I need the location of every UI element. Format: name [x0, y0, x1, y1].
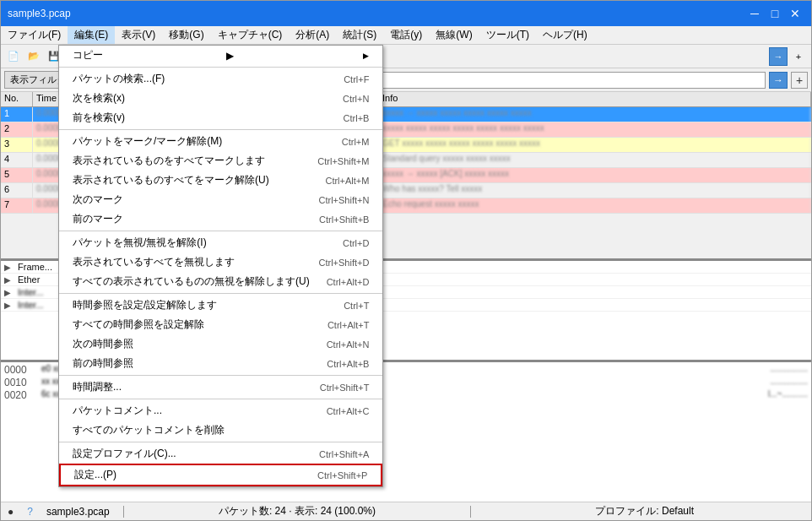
detail-label-inter2: Inter... [18, 300, 44, 310]
cell-no: 7 [1, 198, 33, 213]
menu-shortcut-unset-all-time-ref: Ctrl+Alt+T [328, 320, 370, 330]
menu-item-mark-all-label: 表示されているものをすべてマークします [73, 154, 265, 168]
expand-icon-ether: ▶ [4, 275, 16, 285]
menu-item-next-time-ref[interactable]: 次の時間参照 Ctrl+Alt+N [59, 334, 382, 354]
menu-analyze[interactable]: 分析(A) [289, 26, 336, 44]
hex-offset: 0010 [4, 377, 38, 388]
filter-arrow[interactable]: → [769, 72, 788, 89]
status-sep1 [123, 506, 124, 518]
menu-shortcut-packet-comment: Ctrl+Alt+C [327, 406, 370, 416]
cell-info: xxxxx → xxxxx xxxxx xxxxx xxxxx xxxxx [379, 107, 811, 122]
submenu-arrow-icon: ▶ [226, 50, 234, 62]
menu-item-find-prev[interactable]: 前を検索(v) Ctrl+B [59, 108, 382, 128]
menu-file[interactable]: ファイル(F) [1, 26, 68, 44]
dropdown-sep [59, 293, 382, 294]
toolbar-arrow[interactable]: → [769, 47, 788, 66]
status-sep2 [470, 506, 471, 518]
menu-item-next-mark[interactable]: 次のマーク Ctrl+Shift+N [59, 190, 382, 209]
status-filename: sample3.pcap [46, 506, 110, 518]
menu-wireless[interactable]: 無線(W) [429, 26, 479, 44]
menu-item-unmark-all[interactable]: 表示されているものすべてをマーク解除(U) Ctrl+Alt+M [59, 171, 382, 190]
status-profile: プロファイル: Default [484, 504, 804, 518]
cell-no: 5 [1, 168, 33, 182]
menu-shortcut-unignore-all: Ctrl+Alt+D [327, 277, 370, 287]
menu-shortcut-prev-time-ref: Ctrl+Alt+B [327, 359, 369, 369]
menu-item-find-packet-label: パケットの検索...(F) [73, 72, 165, 86]
menu-item-unignore-all[interactable]: すべての表示されているものの無視を解除します(U) Ctrl+Alt+D [59, 272, 382, 291]
menu-item-mark-packet[interactable]: パケットをマーク/マーク解除(M) Ctrl+M [59, 132, 382, 151]
menu-item-delete-comments[interactable]: すべてのパケットコメントを削除 [59, 421, 382, 440]
menu-shortcut-ignore-shown: Ctrl+Shift+D [319, 258, 370, 268]
menu-item-ignore-packet-label: パケットを無視/無視を解除(I) [73, 236, 207, 250]
menu-go[interactable]: 移動(G) [162, 26, 210, 44]
title-bar: sample3.pcap ─ □ ✕ [1, 1, 811, 26]
detail-label-inter1: Inter... [18, 287, 44, 297]
cell-info: Standard query xxxxx xxxxx xxxxx [379, 153, 811, 167]
close-button[interactable]: ✕ [786, 4, 804, 23]
status-bar: ● ? sample3.pcap パケット数: 24 · 表示: 24 (100… [1, 502, 811, 520]
menu-item-find-prev-label: 前を検索(v) [73, 111, 125, 125]
expand-icon-inter2: ▶ [4, 301, 16, 310]
toolbar-open[interactable]: 📂 [24, 47, 43, 66]
col-header-no[interactable]: No. [1, 92, 33, 106]
hex-ascii: ................ [771, 364, 808, 376]
hex-ascii: l...~........... [768, 389, 808, 401]
menu-edit[interactable]: 編集(E) [68, 26, 115, 44]
menu-item-settings-label: 設定...(P) [74, 468, 116, 482]
menu-item-prev-time-ref[interactable]: 前の時間参照 Ctrl+Alt+B [59, 354, 382, 373]
menu-capture[interactable]: キャプチャ(C) [211, 26, 290, 44]
menu-stats[interactable]: 統計(S) [336, 26, 383, 44]
cell-info: xxxxx xxxxx xxxxx xxxxx xxxxx xxxxx xxxx… [379, 122, 811, 137]
menu-shortcut-find-packet: Ctrl+F [344, 74, 369, 84]
edit-dropdown-menu: コピー ▶ パケットの検索...(F) Ctrl+F 次を検索(x) Ctrl+… [58, 45, 383, 487]
menu-view[interactable]: 表示(V) [115, 26, 162, 44]
detail-label-frame: Frame... [18, 262, 52, 272]
cell-info: GET xxxxx xxxxx xxxxx xxxxx xxxxx xxxxx [379, 138, 811, 152]
menu-item-packet-comment[interactable]: パケットコメント... Ctrl+Alt+C [59, 401, 382, 421]
menu-shortcut-prev-mark: Ctrl+Shift+B [319, 214, 369, 225]
menu-item-unset-all-time-ref-label: すべての時間参照を設定解除 [73, 317, 204, 332]
menu-item-ignore-shown[interactable]: 表示されているすべてを無視します Ctrl+Shift+D [59, 252, 382, 272]
menu-item-find-packet[interactable]: パケットの検索...(F) Ctrl+F [59, 69, 382, 89]
dropdown-sep [59, 399, 382, 399]
menu-item-ignore-packet[interactable]: パケットを無視/無視を解除(I) Ctrl+D [59, 233, 382, 252]
menu-shortcut-next-time-ref: Ctrl+Alt+N [327, 339, 370, 350]
menu-item-unmark-all-label: 表示されているものすべてをマーク解除(U) [73, 173, 269, 187]
menu-item-config-profile[interactable]: 設定プロファイル(C)... Ctrl+Shift+A [59, 444, 382, 464]
menu-shortcut-next-mark: Ctrl+Shift+N [319, 195, 370, 205]
status-packet-count: パケット数: 24 · 表示: 24 (100.0%) [138, 504, 457, 518]
menu-item-settings[interactable]: 設定...(P) Ctrl+Shift+P [59, 464, 382, 486]
menu-help[interactable]: ヘルプ(H) [536, 26, 594, 44]
cell-no: 3 [1, 138, 33, 152]
filter-plus[interactable]: + [791, 72, 808, 89]
menu-item-find-next[interactable]: 次を検索(x) Ctrl+N [59, 89, 382, 108]
toolbar-new[interactable]: 📄 [4, 47, 23, 66]
menu-item-set-time-ref[interactable]: 時間参照を設定/設定解除します Ctrl+T [59, 296, 382, 315]
menu-item-mark-packet-label: パケットをマーク/マーク解除(M) [73, 134, 222, 149]
menu-item-prev-mark[interactable]: 前のマーク Ctrl+Shift+B [59, 209, 382, 229]
title-bar-buttons: ─ □ ✕ [745, 4, 804, 23]
menu-item-config-profile-label: 設定プロファイル(C)... [73, 447, 176, 461]
menu-shortcut-find-prev: Ctrl+B [344, 113, 370, 123]
menu-item-find-next-label: 次を検索(x) [73, 91, 125, 106]
menu-item-time-shift-label: 時間調整... [73, 380, 122, 394]
menu-item-time-shift[interactable]: 時間調整... Ctrl+Shift+T [59, 377, 382, 397]
menu-item-mark-all[interactable]: 表示されているものをすべてマークします Ctrl+Shift+M [59, 151, 382, 171]
menu-item-unset-all-time-ref[interactable]: すべての時間参照を設定解除 Ctrl+Alt+T [59, 315, 382, 334]
detail-label-ether: Ether [18, 274, 40, 285]
menu-item-packet-comment-label: パケットコメント... [73, 404, 162, 418]
menu-tools[interactable]: ツール(T) [479, 26, 536, 44]
menu-item-copy-label: コピー [73, 48, 103, 62]
minimize-button[interactable]: ─ [745, 4, 764, 23]
col-header-info[interactable]: Info [379, 92, 811, 106]
menu-item-prev-mark-label: 前のマーク [73, 212, 123, 226]
menu-shortcut-time-shift: Ctrl+Shift+T [320, 383, 370, 393]
menu-item-copy[interactable]: コピー ▶ [59, 46, 382, 65]
menu-shortcut-mark-all: Ctrl+Shift+M [317, 156, 369, 166]
menu-item-ignore-shown-label: 表示されているすべてを無視します [73, 255, 235, 269]
maximize-button[interactable]: □ [766, 4, 784, 23]
toolbar-plus[interactable]: + [789, 47, 808, 66]
menu-shortcut-set-time-ref: Ctrl+T [344, 301, 369, 311]
title-bar-text: sample3.pcap [8, 8, 71, 19]
menu-phone[interactable]: 電話(y) [383, 26, 429, 44]
